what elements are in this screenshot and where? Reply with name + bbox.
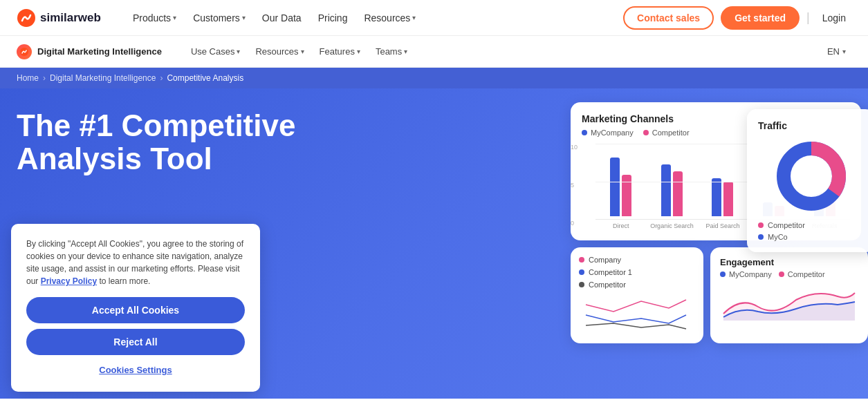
- chevron-down-icon: ▾: [357, 48, 360, 55]
- cookies-settings-button[interactable]: Cookies Settings: [26, 362, 245, 378]
- chevron-down-icon: ▾: [242, 14, 246, 21]
- traffic-legend-competitor: Competitor: [758, 221, 864, 229]
- secondary-brand[interactable]: Digital Marketing Intelligence: [17, 44, 162, 59]
- breadcrumb-separator: ›: [43, 73, 46, 83]
- legend-dot-comp1: [579, 269, 584, 275]
- nav-item-pricing[interactable]: Pricing: [311, 8, 355, 28]
- language-selector[interactable]: EN ▾: [822, 43, 851, 60]
- bar-group-direct: [595, 158, 647, 216]
- chevron-down-icon: ▾: [173, 14, 176, 21]
- secondary-brand-label: Digital Marketing Intelligence: [37, 46, 162, 57]
- engagement-chart: [720, 283, 858, 321]
- top-navigation: similarweb Products ▾ Customers ▾ Our Da…: [0, 0, 868, 36]
- legend-my-company: MyCompany: [582, 128, 634, 137]
- chevron-down-icon: ▾: [301, 48, 304, 55]
- privacy-policy-link[interactable]: Privacy Policy: [41, 276, 97, 286]
- sec-nav-resources[interactable]: Resources ▾: [248, 43, 311, 60]
- secondary-nav-links: Use Cases ▾ Resources ▾ Features ▾ Teams…: [184, 43, 822, 60]
- accept-all-cookies-button[interactable]: Accept All Cookies: [26, 297, 245, 323]
- bottom-cards-row: Company Competitor 1 Competitor: [571, 247, 868, 343]
- legend-dot-comp2: [579, 282, 584, 287]
- x-label-direct: Direct: [595, 222, 647, 229]
- comp-item-comp2: Competitor: [579, 280, 695, 289]
- chevron-down-icon: ▾: [404, 48, 407, 55]
- competitors-list-card: Company Competitor 1 Competitor: [571, 247, 703, 343]
- traffic-title: Traffic: [758, 120, 864, 131]
- traffic-card: Traffic Competitor MyCo: [747, 109, 868, 252]
- comp-item-company: Company: [579, 256, 695, 264]
- bar-group-organic: [647, 164, 698, 216]
- sparklines-chart: [579, 294, 690, 332]
- nav-item-products[interactable]: Products ▾: [126, 8, 183, 28]
- cookie-buttons: Accept All Cookies Reject All: [26, 297, 245, 355]
- chevron-down-icon: ▾: [842, 48, 846, 55]
- secondary-navigation: Digital Marketing Intelligence Use Cases…: [0, 36, 868, 68]
- legend-dot-pink: [643, 130, 649, 135]
- sec-nav-use-cases[interactable]: Use Cases ▾: [184, 43, 248, 60]
- nav-item-customers[interactable]: Customers ▾: [186, 8, 252, 28]
- sec-nav-features[interactable]: Features ▾: [313, 43, 367, 60]
- x-label-paid: Paid Search: [697, 222, 748, 229]
- legend-dot-company: [579, 257, 584, 263]
- bar-group-paid: [697, 178, 748, 216]
- bar-direct-blue: [610, 158, 620, 216]
- cookie-banner: By clicking "Accept All Cookies", you ag…: [11, 224, 260, 392]
- breadcrumb-separator: ›: [160, 73, 163, 83]
- eng-legend-competitor: Competitor: [779, 270, 825, 278]
- engagement-title: Engagement: [720, 257, 858, 267]
- nav-links: Products ▾ Customers ▾ Our Data Pricing …: [126, 8, 623, 28]
- traffic-legend-mycompany: MyCo: [758, 233, 864, 241]
- charts-area: Marketing Channels MyCompany Competitor …: [571, 102, 868, 343]
- x-label-organic: Organic Search: [647, 222, 698, 229]
- contact-sales-button[interactable]: Contact sales: [623, 6, 714, 30]
- bar-paid-pink: [723, 182, 733, 216]
- donut-chart: [758, 138, 864, 214]
- legend-dot-blue: [582, 130, 587, 135]
- hero-section: The #1 Competitive Analysis Tool By clic…: [0, 88, 868, 399]
- cookie-body-text: By clicking "Accept All Cookies", you ag…: [26, 238, 245, 287]
- engagement-card: Engagement MyCompany Competitor: [710, 247, 868, 343]
- logo[interactable]: similarweb: [17, 8, 101, 28]
- breadcrumb: Home › Digital Marketing Intelligence › …: [0, 68, 868, 88]
- bar-organic-blue: [661, 164, 671, 216]
- reject-all-button[interactable]: Reject All: [26, 329, 245, 355]
- login-button[interactable]: Login: [817, 8, 851, 28]
- svg-point-4: [792, 157, 831, 196]
- breadcrumb-home[interactable]: Home: [17, 73, 39, 83]
- chevron-down-icon: ▾: [412, 14, 416, 21]
- legend-dot-traffic-competitor: [758, 222, 764, 228]
- sec-nav-teams[interactable]: Teams ▾: [369, 43, 414, 60]
- competitors-legend: Company Competitor 1 Competitor: [579, 256, 695, 289]
- legend-competitor: Competitor: [643, 128, 690, 137]
- breadcrumb-dmi[interactable]: Digital Marketing Intelligence: [50, 73, 156, 83]
- get-started-button[interactable]: Get started: [721, 6, 800, 30]
- breadcrumb-current: Competitive Analysis: [167, 73, 243, 83]
- legend-dot-traffic-mycompany: [758, 234, 764, 240]
- comp-item-comp1: Competitor 1: [579, 268, 695, 276]
- engagement-legend: MyCompany Competitor: [720, 270, 858, 278]
- nav-item-resources[interactable]: Resources ▾: [357, 8, 423, 28]
- nav-item-our-data[interactable]: Our Data: [255, 8, 308, 28]
- bar-paid-blue: [712, 178, 721, 216]
- eng-legend-mycompany: MyCompany: [720, 270, 772, 278]
- logo-icon: [17, 8, 36, 28]
- bar-organic-pink: [673, 171, 683, 216]
- hero-title: The #1 Competitive Analysis Tool: [17, 109, 321, 176]
- y-axis: 0 5 10: [571, 144, 578, 229]
- nav-right-actions: Contact sales Get started | Login: [623, 6, 851, 30]
- logo-text: similarweb: [40, 11, 101, 25]
- hero-text-area: The #1 Competitive Analysis Tool: [17, 109, 321, 190]
- brand-icon: [17, 44, 32, 59]
- chevron-down-icon: ▾: [237, 48, 240, 55]
- traffic-legend: Competitor MyCo: [758, 221, 864, 241]
